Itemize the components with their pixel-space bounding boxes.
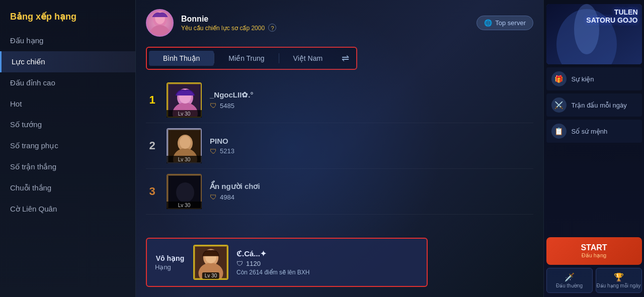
right-banner: TULEN SATORU GOJO bbox=[546, 4, 642, 64]
avatar bbox=[146, 9, 174, 37]
bottom-rank-label: Hạng bbox=[155, 263, 185, 271]
region-tab-viet-nam[interactable]: Việt Nam bbox=[279, 51, 337, 66]
sidebar-item-chuoi-thang[interactable]: Chuỗi thắng bbox=[0, 177, 135, 199]
user-name: Bonnie bbox=[181, 15, 469, 24]
sidebar-item-so-tuong[interactable]: Số tướng bbox=[0, 114, 135, 135]
bottom-progress-text: Còn 2614 điểm sẽ lên BXH bbox=[236, 269, 419, 276]
bottom-score-value: 1120 bbox=[246, 260, 261, 267]
so-su-menh-icon: 📋 bbox=[551, 124, 567, 139]
rank-info-3: Ẩn người chơi 🛡 4984 bbox=[210, 182, 533, 201]
svg-point-11 bbox=[180, 136, 191, 149]
start-button[interactable]: START Đấu hạng bbox=[546, 237, 642, 265]
region-tabs: Bình Thuận Miền Trung Việt Nam ⇌ bbox=[146, 47, 357, 70]
right-menu-label-tran-dau: Trận đấu mỗi ngày bbox=[572, 102, 627, 109]
rank-avatar-wrapper-3: Lv 30 bbox=[167, 174, 202, 209]
top-server-button[interactable]: 🌐 Top server bbox=[476, 16, 533, 30]
rank-score-2: 🛡 5213 bbox=[210, 147, 533, 155]
rank-number-2: 2 bbox=[146, 139, 158, 152]
rank-avatar-wrapper-1: Lv 30 bbox=[167, 82, 202, 118]
sidebar-item-hot[interactable]: Hot bbox=[0, 93, 135, 114]
bottom-lv-badge: Lv 30 bbox=[202, 272, 219, 279]
sidebar: Bảng xếp hạng Đấu hạng Lực chiến Đấu đỉn… bbox=[0, 0, 136, 297]
user-subtitle: Yêu cầu chiến lực sơ cấp 2000 ? bbox=[181, 24, 469, 32]
bottom-avatar-wrapper: Lv 30 bbox=[193, 245, 228, 280]
rank-number-3: 3 bbox=[146, 185, 158, 198]
rank-info-2: PINO 🛡 5213 bbox=[210, 137, 533, 155]
region-switch-button[interactable]: ⇌ bbox=[337, 50, 354, 67]
svg-point-14 bbox=[176, 182, 194, 203]
start-sublabel: Đấu hạng bbox=[582, 252, 606, 259]
right-panel: TULEN SATORU GOJO 🎁 Sự kiện ⚔️ Trận đấu … bbox=[543, 0, 644, 297]
region-tab-mien-trung[interactable]: Miền Trung bbox=[214, 51, 278, 66]
rank-lv-badge-1: Lv 30 bbox=[167, 110, 202, 118]
sidebar-item-luc-chien[interactable]: Lực chiến bbox=[0, 51, 135, 72]
tran-dau-icon: ⚔️ bbox=[551, 97, 567, 113]
table-row: 2 Lv 30 PINO 🛡 5213 bbox=[146, 123, 533, 169]
rank-avatar-wrapper-2: Lv 30 bbox=[167, 128, 202, 163]
bottom-score-icon: 🛡 bbox=[236, 260, 243, 267]
score-icon-1: 🛡 bbox=[210, 102, 217, 110]
bottom-user-name: ℭ.Cá...✦ bbox=[236, 249, 419, 258]
right-menu-label-su-kien: Sự kiện bbox=[572, 75, 594, 83]
rank-score-3: 🛡 4984 bbox=[210, 193, 533, 201]
top-server-label: Top server bbox=[495, 19, 526, 27]
right-menu-item-tran-dau[interactable]: ⚔️ Trận đấu mỗi ngày bbox=[546, 93, 642, 117]
rank-score-1: 🛡 5485 bbox=[210, 102, 533, 110]
dau-thuong-label: Đấu thường bbox=[556, 283, 583, 288]
bottom-rank-value: Vô hạng bbox=[156, 254, 184, 262]
sidebar-item-so-trang-phuc[interactable]: Số trang phục bbox=[0, 135, 135, 156]
sidebar-item-co-lien-quan[interactable]: Cờ Liên Quân bbox=[0, 199, 135, 220]
dau-thuong-button[interactable]: 🗡️ Đấu thường bbox=[546, 268, 593, 293]
user-info: Bonnie Yêu cầu chiến lực sơ cấp 2000 ? bbox=[181, 15, 469, 32]
dau-hang-moi-ngay-label: Đấu hạng mỗi ngày bbox=[596, 283, 640, 288]
score-value-3: 4984 bbox=[220, 193, 234, 201]
bottom-user-card: Vô hạng Hạng Lv 30 ℭ.Cá...✦ 🛡 1120 bbox=[146, 238, 428, 287]
bottom-user-score: 🛡 1120 bbox=[236, 260, 419, 267]
right-banner-text: TULEN SATORU GOJO bbox=[586, 8, 637, 24]
right-menu-item-so-su-menh[interactable]: 📋 Số sứ mệnh bbox=[546, 120, 642, 143]
sidebar-item-so-tran-thang[interactable]: Số trận thắng bbox=[0, 156, 135, 177]
su-kien-icon: 🎁 bbox=[551, 71, 567, 86]
rank-number-1: 1 bbox=[146, 93, 158, 107]
right-menu-label-so-su-menh: Số sứ mệnh bbox=[572, 128, 608, 135]
leaderboard: 1 Lv 30 _NgocLII✿.° 🛡 bbox=[136, 75, 543, 217]
rank-player-name-3: Ẩn người chơi bbox=[210, 182, 533, 191]
help-icon[interactable]: ? bbox=[268, 24, 276, 32]
table-row: 3 Lv 30 Ẩn người chơi 🛡 4984 bbox=[146, 169, 533, 215]
rank-info-1: _NgocLII✿.° 🛡 5485 bbox=[210, 90, 533, 110]
sidebar-title: Bảng xếp hạng bbox=[0, 5, 135, 30]
right-bottom-row: 🗡️ Đấu thường 🏆 Đấu hạng mỗi ngày bbox=[546, 268, 642, 293]
main-content: Bonnie Yêu cầu chiến lực sơ cấp 2000 ? 🌐… bbox=[136, 0, 543, 297]
table-row: 1 Lv 30 _NgocLII✿.° 🛡 bbox=[146, 77, 533, 123]
score-icon-2: 🛡 bbox=[210, 147, 217, 155]
right-menu-item-su-kien[interactable]: 🎁 Sự kiện bbox=[546, 67, 642, 90]
required-score: 2000 bbox=[251, 25, 265, 32]
user-header: Bonnie Yêu cầu chiến lực sơ cấp 2000 ? 🌐… bbox=[136, 0, 543, 42]
rank-lv-badge-2: Lv 30 bbox=[167, 156, 202, 163]
rank-lv-badge-3: Lv 30 bbox=[167, 202, 202, 209]
score-icon-3: 🛡 bbox=[210, 193, 217, 201]
dau-thuong-icon: 🗡️ bbox=[565, 272, 575, 282]
rank-player-name-1: _NgocLII✿.° bbox=[210, 90, 533, 100]
dau-hang-moi-ngay-icon: 🏆 bbox=[614, 272, 624, 282]
score-value-1: 5485 bbox=[220, 102, 234, 110]
svg-point-1 bbox=[150, 25, 170, 37]
score-value-2: 5213 bbox=[220, 147, 234, 155]
top-server-icon: 🌐 bbox=[484, 19, 492, 27]
start-label: START bbox=[581, 243, 607, 252]
sidebar-item-dau-dinh-cao[interactable]: Đấu đỉnh cao bbox=[0, 72, 135, 93]
bottom-user-info: ℭ.Cá...✦ 🛡 1120 Còn 2614 điểm sẽ lên BXH bbox=[236, 249, 419, 276]
dau-hang-moi-ngay-button[interactable]: 🏆 Đấu hạng mỗi ngày bbox=[596, 268, 642, 293]
sidebar-item-dau-hang[interactable]: Đấu hạng bbox=[0, 30, 135, 51]
rank-player-name-2: PINO bbox=[210, 137, 533, 145]
region-tab-binh-thuan[interactable]: Bình Thuận bbox=[149, 51, 214, 66]
